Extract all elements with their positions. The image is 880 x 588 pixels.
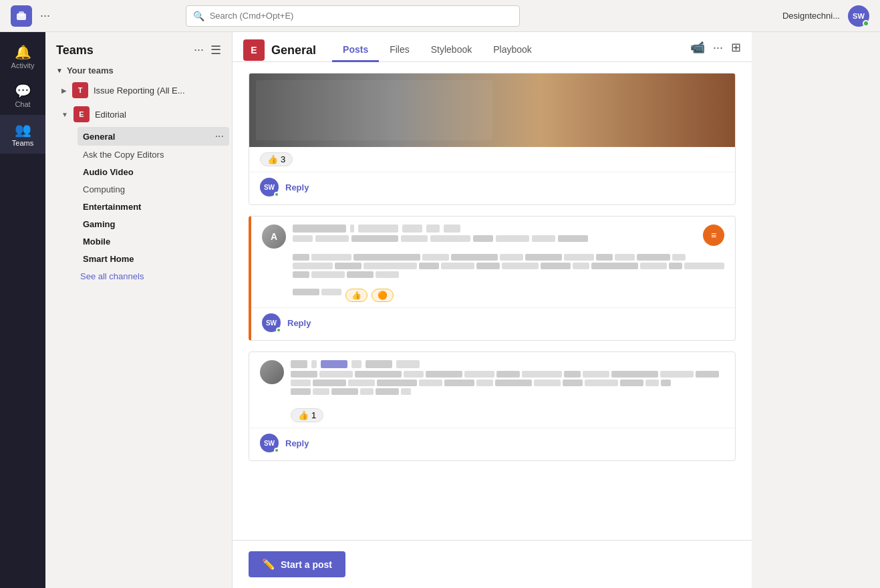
channel-entertainment[interactable]: Entertainment xyxy=(78,198,232,215)
sidebar-more-icon[interactable]: ··· xyxy=(194,43,204,57)
post-card-1: 👍 3 SW Reply xyxy=(249,73,736,205)
tab-posts[interactable]: Posts xyxy=(332,39,379,62)
online-dot-2 xyxy=(276,327,281,333)
channel-header: E General Posts Files Stylebook Playbook… xyxy=(233,32,752,62)
editorial-team-name: Editorial xyxy=(95,110,126,120)
channel-ask-copy-editors[interactable]: Ask the Copy Editors xyxy=(78,146,232,163)
channel-name: General xyxy=(271,43,316,57)
chevron-down-icon: ▼ xyxy=(56,67,63,74)
chat-icon: 💬 xyxy=(15,83,31,99)
tab-files[interactable]: Files xyxy=(379,39,420,62)
post2-body: A xyxy=(251,216,735,307)
post3-reply-btn[interactable]: Reply xyxy=(285,438,309,448)
post3-author-avatar xyxy=(260,360,284,384)
channel-computing-label: Computing xyxy=(83,184,125,194)
channel-audio-video-label: Audio Video xyxy=(83,167,134,177)
post2-reactions: 👍 🟠 xyxy=(262,283,724,307)
channel-gaming-label: Gaming xyxy=(83,219,115,229)
reaction-chip-1[interactable]: 👍 xyxy=(345,289,368,302)
post3-reaction-badge[interactable]: 👍 1 xyxy=(291,408,323,422)
your-teams-header[interactable]: ▼ Your teams xyxy=(45,63,232,78)
search-box[interactable]: 🔍 xyxy=(186,5,520,27)
post1-reply-area: SW Reply xyxy=(249,172,735,204)
team-issue-reporting[interactable]: ▶ T Issue Reporting (All E... xyxy=(45,78,232,102)
channel-smart-home[interactable]: Smart Home xyxy=(78,251,232,267)
rail: 🔔 Activity 💬 Chat 👥 Teams xyxy=(0,32,45,588)
channel-team-avatar: E xyxy=(243,39,265,61)
svg-rect-1 xyxy=(19,11,24,16)
sidebar-filter-icon[interactable]: ☰ xyxy=(210,43,221,57)
author-name-blur xyxy=(293,225,346,233)
rail-item-chat[interactable]: 💬 Chat xyxy=(0,76,45,115)
your-teams-section: ▼ Your teams ▶ T Issue Reporting (All E.… xyxy=(45,63,232,285)
post3-reaction-row: 👍 1 xyxy=(260,406,724,428)
channel-smart-home-label: Smart Home xyxy=(83,254,134,264)
header-more-icon[interactable]: ··· xyxy=(713,41,723,55)
post3-body: 👍 1 xyxy=(249,352,735,428)
post1-reply-btn[interactable]: Reply xyxy=(285,182,309,192)
more-options[interactable]: ··· xyxy=(40,9,50,23)
team-name: Issue Reporting (All E... xyxy=(94,86,185,96)
chevron-right-icon: ▶ xyxy=(61,87,67,94)
channel-general[interactable]: General ··· xyxy=(78,127,229,146)
channel-mobile[interactable]: Mobile xyxy=(78,233,232,250)
start-post-icon: ✏️ xyxy=(262,558,275,571)
channel-entertainment-label: Entertainment xyxy=(83,202,141,212)
start-post-button[interactable]: ✏️ Start a post xyxy=(249,551,345,577)
user-name: Designtechni... xyxy=(782,11,840,21)
post2-author-info xyxy=(293,225,696,244)
chevron-down-icon: ▼ xyxy=(61,111,68,118)
extra-blur3 xyxy=(444,225,460,233)
video-call-icon[interactable]: 📹 xyxy=(690,40,705,55)
post1-reaction-badge[interactable]: 👍 3 xyxy=(260,152,293,166)
rail-item-teams[interactable]: 👥 Teams xyxy=(0,115,45,154)
chat-label: Chat xyxy=(15,100,30,108)
activity-icon: 🔔 xyxy=(15,44,31,60)
channel-more-icon[interactable]: ··· xyxy=(215,130,224,142)
start-post-bar: ✏️ Start a post xyxy=(233,540,752,588)
channel-gaming[interactable]: Gaming xyxy=(78,216,232,233)
post3-author-info xyxy=(291,360,724,400)
post1-reaction-count: 3 xyxy=(281,154,285,164)
reply-avatar-2: SW xyxy=(262,313,281,332)
teams-label: Teams xyxy=(12,139,33,147)
search-icon: 🔍 xyxy=(193,11,204,21)
sidebar: Teams ··· ☰ ▼ Your teams ▶ T Issue Repor… xyxy=(45,32,233,588)
channel-ask-copy-editors-label: Ask the Copy Editors xyxy=(83,150,164,160)
see-all-channels[interactable]: See all channels xyxy=(45,268,232,285)
post3-reaction-count: 1 xyxy=(311,410,316,420)
online-status-dot xyxy=(863,20,869,27)
reaction-emoji-2: 🟠 xyxy=(378,291,388,300)
activity-label: Activity xyxy=(11,61,35,69)
reply-avatar-3: SW xyxy=(260,434,279,452)
thumbs-up-emoji: 👍 xyxy=(267,154,278,164)
teams-icon: 👥 xyxy=(15,122,31,138)
extra-blur2 xyxy=(426,225,440,233)
post2-reply-btn[interactable]: Reply xyxy=(287,318,311,328)
tab-playbook[interactable]: Playbook xyxy=(482,39,543,62)
post3-reply-area: SW Reply xyxy=(249,428,735,460)
expand-icon[interactable]: ⊞ xyxy=(731,40,741,55)
post-card-2: A xyxy=(249,216,736,341)
start-post-label: Start a post xyxy=(281,559,332,570)
post-image xyxy=(249,74,735,147)
search-input[interactable] xyxy=(210,11,512,21)
reaction-chip-2[interactable]: 🟠 xyxy=(372,289,394,302)
team-editorial[interactable]: ▼ E Editorial xyxy=(45,102,232,126)
channel-list: General ··· Ask the Copy Editors Audio V… xyxy=(45,127,232,267)
post1-reaction-row: 👍 3 xyxy=(249,147,735,172)
rail-item-activity[interactable]: 🔔 Activity xyxy=(0,37,45,76)
online-dot-1 xyxy=(274,192,279,197)
avatar[interactable]: SW xyxy=(848,5,869,27)
channel-audio-video[interactable]: Audio Video xyxy=(78,164,232,180)
sidebar-title: Teams xyxy=(56,43,94,57)
timestamp-blur xyxy=(358,225,398,233)
app-icon xyxy=(11,5,32,27)
reply-avatar-1: SW xyxy=(260,178,279,196)
author-dot-blur xyxy=(350,225,354,233)
bookmark-btn[interactable]: ≡ xyxy=(703,225,724,246)
tab-stylebook[interactable]: Stylebook xyxy=(420,39,482,62)
posts-feed: 👍 3 SW Reply xyxy=(233,62,752,540)
channel-computing[interactable]: Computing xyxy=(78,181,232,198)
channel-general-label: General xyxy=(83,132,115,142)
